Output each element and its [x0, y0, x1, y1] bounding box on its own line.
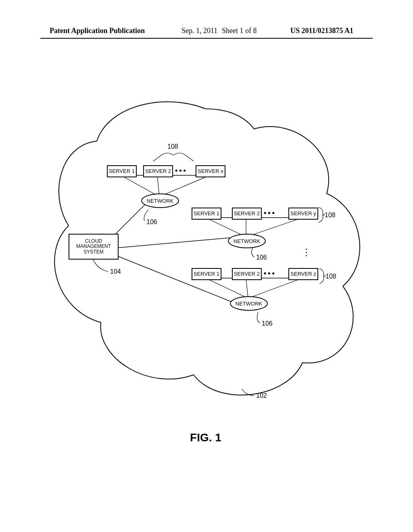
serverx-box-group1: SERVER x [196, 165, 225, 177]
header-rule [40, 38, 373, 39]
svg-line-19 [246, 278, 248, 298]
server2-box-group1: SERVER 2 [143, 165, 173, 177]
servery-box-group2: SERVER y [288, 208, 318, 220]
serverz-box-group3: SERVER z [288, 268, 318, 280]
svg-line-18 [206, 278, 248, 298]
network-oval-2: NETWORK [228, 234, 266, 248]
figure-area: SERVER 1 SERVER 2 ••• SERVER x NETWORK S… [44, 93, 367, 455]
server1-box-group2: SERVER 1 [192, 208, 221, 220]
cms-line3: SYSTEM [83, 249, 103, 255]
network-oval-3: NETWORK [230, 296, 268, 311]
server2-box-group2: SERVER 2 [232, 208, 262, 220]
ref-106-b: 106 [256, 254, 267, 261]
ref-102: 102 [256, 392, 267, 399]
svg-line-20 [248, 278, 302, 298]
header-sheet: Sheet 1 of 8 [222, 27, 257, 35]
ellipsis-h-group2: ••• [264, 209, 276, 217]
network-oval-1: NETWORK [141, 193, 179, 208]
header-pub-number: US 2011/0213875 A1 [290, 27, 353, 35]
ellipsis-h-group3: ••• [264, 269, 276, 278]
cms-line2: MANAGEMENT [76, 244, 111, 249]
svg-line-0 [111, 202, 148, 239]
server1-box-group3: SERVER 1 [192, 268, 221, 280]
ref-106-c: 106 [262, 320, 273, 327]
ellipsis-v-groups: ••• [306, 248, 307, 258]
ref-108-top: 108 [167, 143, 178, 150]
ref-108-right-a: 108 [325, 212, 336, 219]
server1-box-group1: SERVER 1 [107, 165, 137, 177]
ref-106-a: 106 [146, 218, 157, 226]
header-publication-type: Patent Application Publication [50, 27, 145, 35]
ref-108-right-b: 108 [325, 273, 336, 280]
server2-box-group3: SERVER 2 [232, 268, 262, 280]
ellipsis-h-group1: ••• [175, 166, 188, 175]
cloud-management-system-box: CLOUD MANAGEMENT SYSTEM [69, 234, 119, 260]
svg-line-1 [117, 238, 230, 248]
svg-line-7 [159, 175, 210, 197]
page: Patent Application Publication Sep. 1, 2… [0, 0, 413, 532]
header-date: Sep. 1, 2011 [181, 27, 217, 35]
ref-104: 104 [110, 268, 121, 275]
figure-caption: FIG. 1 [44, 431, 367, 444]
